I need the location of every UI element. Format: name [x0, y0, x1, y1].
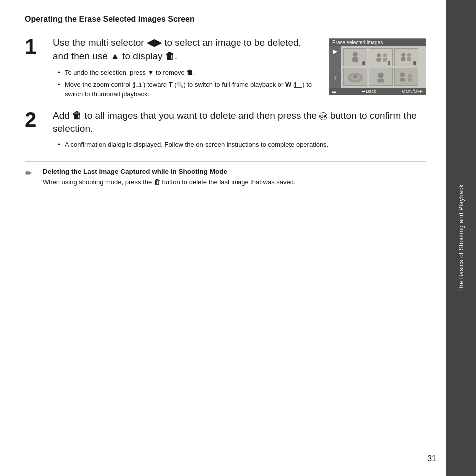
step1-bullets: To undo the selection, press ▼ to remove…	[53, 68, 319, 99]
svg-rect-2	[352, 57, 358, 62]
right-sidebar: The Basics of Shooting and Playback	[446, 0, 476, 476]
svg-point-9	[401, 53, 405, 57]
camera-footer: ▬ ⬅Back ⊙ON/OFF	[329, 88, 426, 95]
thumb-6	[394, 68, 418, 86]
svg-point-16	[353, 75, 357, 79]
svg-rect-5	[376, 58, 381, 62]
step2-content: Add 🗑 to all images that you want to del…	[53, 109, 426, 152]
thumb-3: 🗑	[394, 48, 418, 66]
main-content: Operating the Erase Selected Images Scre…	[0, 0, 446, 476]
note-icon: ✏	[25, 168, 37, 187]
step1-container: 1 Use the multi selector ◀▶ to select an…	[25, 36, 426, 101]
svg-rect-10	[401, 57, 405, 61]
svg-point-6	[383, 53, 387, 57]
svg-rect-20	[395, 68, 418, 86]
svg-rect-8	[395, 49, 418, 66]
step2-bullet1: A confirmation dialog is displayed. Foll…	[58, 140, 426, 150]
step1-flex: Use the multi selector ◀▶ to select an i…	[53, 36, 426, 101]
svg-point-21	[400, 72, 405, 77]
svg-rect-24	[408, 78, 412, 82]
footer-back: ⬅Back	[362, 89, 376, 94]
thumb-5	[369, 68, 393, 86]
note-title: Deleting the Last Image Captured while i…	[43, 168, 296, 175]
svg-point-4	[377, 53, 381, 57]
camera-thumbnails: 🗑 🗑	[341, 46, 426, 88]
camera-screen-body: ▶ Y	[329, 46, 426, 88]
svg-rect-3	[369, 49, 392, 66]
ok-circle-icon: OK	[319, 112, 327, 120]
note-box: ✏ Deleting the Last Image Captured while…	[25, 161, 426, 187]
step1-content: Use the multi selector ◀▶ to select an i…	[53, 36, 426, 101]
svg-rect-7	[383, 58, 387, 62]
svg-rect-12	[407, 57, 411, 61]
step2-bullets: A confirmation dialog is displayed. Foll…	[53, 140, 426, 150]
svg-point-18	[378, 72, 384, 78]
footer-onoff: ⊙ON/OFF	[402, 89, 423, 94]
thumb-2: 🗑	[369, 48, 393, 66]
svg-point-11	[407, 53, 411, 57]
thumb-row-1: 🗑 🗑	[343, 48, 424, 66]
step1-text: Use the multi selector ◀▶ to select an i…	[53, 36, 319, 101]
camera-screen: Erase selected images ▶ Y	[329, 38, 426, 95]
svg-rect-19	[377, 79, 384, 83]
playback-icon: ▶	[333, 48, 337, 55]
step2-number: 2	[25, 109, 45, 152]
step1-bullet1: To undo the selection, press ▼ to remove…	[58, 68, 319, 78]
camera-screen-header: Erase selected images	[329, 39, 426, 46]
note-content: Deleting the Last Image Captured while i…	[43, 168, 296, 187]
page-title: Operating the Erase Selected Images Scre…	[25, 15, 426, 27]
step1-bullet2: Move the zoom control (□1) toward T (🔍) …	[58, 80, 319, 99]
svg-point-1	[353, 52, 358, 57]
svg-point-23	[408, 74, 412, 78]
grid-icon	[295, 82, 302, 88]
footer-battery: ▬	[332, 89, 336, 94]
camera-screen-title: Erase selected images	[332, 40, 383, 45]
svg-rect-22	[400, 78, 405, 82]
note-body: When using shooting mode, press the 🗑 bu…	[43, 177, 296, 187]
sidebar-label: The Basics of Shooting and Playback	[458, 184, 465, 292]
camera-sidebar: ▶ Y	[329, 46, 341, 88]
step2-title: Add 🗑 to all images that you want to del…	[53, 109, 426, 136]
page-number: 31	[427, 454, 436, 463]
step2-container: 2 Add 🗑 to all images that you want to d…	[25, 109, 426, 152]
y-icon: Y	[333, 75, 337, 81]
thumb-4	[343, 68, 367, 86]
thumb-1: 🗑	[343, 48, 367, 66]
step1-number: 1	[25, 36, 45, 101]
thumb-row-2	[343, 68, 424, 86]
step1-title: Use the multi selector ◀▶ to select an i…	[53, 36, 319, 63]
